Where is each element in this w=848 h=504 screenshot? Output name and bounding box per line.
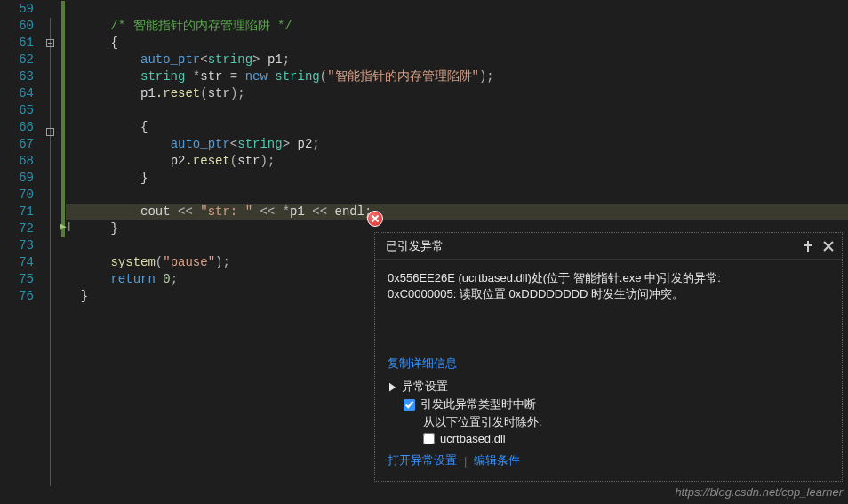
copy-details-link[interactable]: 复制详细信息	[388, 356, 829, 372]
edit-conditions-link[interactable]: 编辑条件	[474, 452, 520, 468]
exception-popup: 已引发异常 0x556EE26E (ucrtbased.dll)处(位于 智能指…	[374, 232, 843, 482]
execution-pointer-icon: ▶|	[60, 220, 72, 232]
popup-header: 已引发异常	[375, 233, 842, 260]
line-number: 70	[0, 187, 34, 204]
pin-icon[interactable]	[803, 241, 813, 252]
popup-title: 已引发异常	[386, 238, 803, 254]
line-number: 73	[0, 237, 34, 254]
line-number: 67	[0, 136, 34, 153]
line-number: 64	[0, 85, 34, 102]
fold-toggle-icon[interactable]	[46, 128, 54, 136]
exception-message: 0x556EE26E (ucrtbased.dll)处(位于 智能指针.exe …	[388, 270, 829, 302]
line-number: 60	[0, 18, 34, 35]
close-icon[interactable]	[822, 240, 835, 252]
open-exception-settings-link[interactable]: 打开异常设置	[388, 452, 457, 468]
line-number: 75	[0, 271, 34, 288]
break-on-exception-checkbox[interactable]	[404, 399, 415, 411]
collapse-arrow-icon[interactable]: ▶	[389, 380, 396, 393]
dll-except-checkbox[interactable]	[423, 433, 435, 444]
watermark-text: https://blog.csdn.net/cpp_learner	[675, 485, 843, 499]
line-number: 68	[0, 153, 34, 170]
line-number: 63	[0, 68, 34, 85]
break-on-exception-label: 引发此异常类型时中断	[420, 396, 536, 412]
line-number-gutter: 59 60 61 62 63 64 65 66 67 68 69 70 71 7…	[0, 0, 43, 504]
line-number: 76	[0, 288, 34, 305]
line-number: 69	[0, 170, 34, 187]
code-comment: /* 智能指针的内存管理陷阱 */	[110, 19, 292, 33]
line-number: 72	[0, 220, 34, 237]
dll-except-label: ucrtbased.dll	[440, 432, 506, 445]
except-from-label: 从以下位置引发时除外:	[423, 414, 829, 430]
fold-column	[43, 0, 60, 504]
line-number: 61	[0, 35, 34, 52]
line-number: 59	[0, 1, 34, 18]
line-number: 62	[0, 52, 34, 68]
line-number: 74	[0, 254, 34, 271]
fold-toggle-icon[interactable]	[46, 39, 54, 47]
line-number: 66	[0, 119, 34, 136]
line-number: 71	[0, 204, 34, 220]
exception-settings-label: 异常设置	[402, 380, 448, 393]
line-number: 65	[0, 102, 34, 119]
error-badge-icon[interactable]	[367, 211, 383, 227]
